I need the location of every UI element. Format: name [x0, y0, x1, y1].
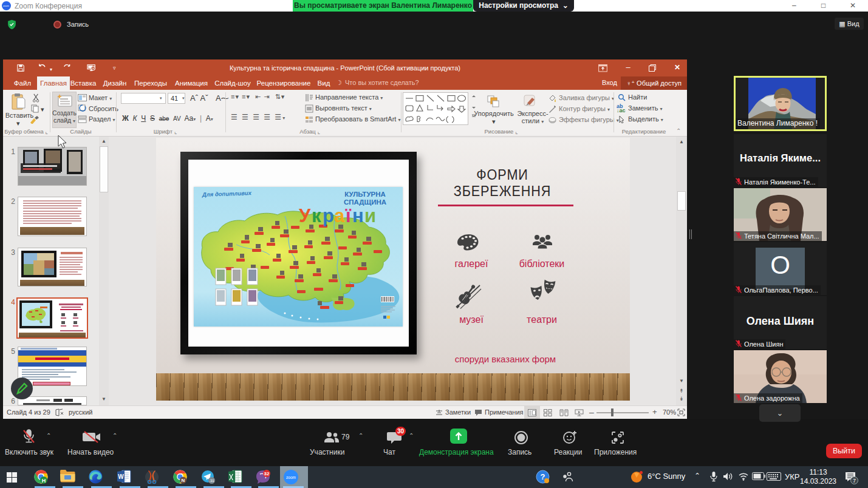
svg-text:р: р [323, 205, 334, 226]
svg-text:W: W [118, 473, 124, 480]
svg-text:.31: .31 [209, 479, 214, 483]
svg-text:КУЛЬТУРНА: КУЛЬТУРНА [344, 191, 386, 198]
svg-text:и: и [364, 205, 376, 226]
svg-text:H: H [42, 478, 46, 484]
svg-text:У: У [299, 205, 311, 226]
svg-text:N: N [182, 478, 185, 483]
svg-text:к: к [312, 205, 321, 226]
svg-text:zoom: zoom [286, 475, 296, 480]
svg-text:а: а [334, 205, 345, 226]
svg-text:32: 32 [264, 471, 270, 476]
svg-text:н: н [352, 205, 364, 226]
svg-text:ї: ї [345, 205, 352, 226]
